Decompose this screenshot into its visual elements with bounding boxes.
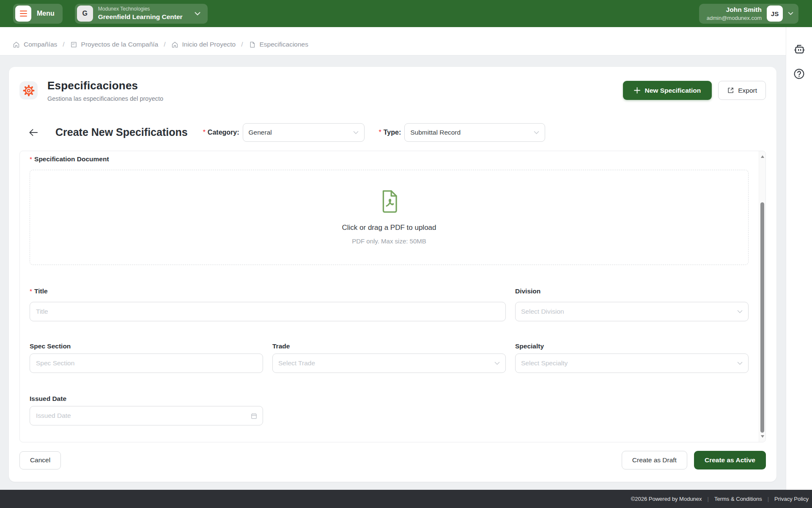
user-avatar: JS [767, 6, 783, 22]
form-heading: Create New Specifications [55, 126, 188, 138]
chevron-down-icon [195, 12, 200, 16]
app: Menu G Modunex Technologies Greenfield L… [0, 0, 812, 508]
calendar-icon [250, 412, 258, 420]
create-as-active-button[interactable]: Create as Active [694, 451, 766, 469]
right-icon-rail [786, 27, 812, 490]
category-select[interactable]: General [243, 123, 365, 142]
footer: ©2026 Powered by Modunex | Terms & Condi… [0, 490, 812, 508]
pdf-dropzone[interactable]: Click or drag a PDF to upload PDF only. … [30, 170, 749, 265]
title-label: *Title [30, 287, 506, 295]
scrollbar-thumb[interactable] [760, 202, 764, 433]
trade-label: Trade [272, 342, 506, 350]
trade-select[interactable]: Select Trade [272, 353, 506, 373]
chevron-down-icon [494, 362, 500, 365]
home-icon [13, 41, 20, 48]
issued-date-input[interactable] [30, 406, 263, 425]
hamburger-icon [15, 6, 31, 22]
page-subtitle: Gestiona las especificaciones del proyec… [47, 95, 163, 102]
footer-terms-link[interactable]: Terms & Conditions [714, 496, 762, 502]
spec-section-label: Spec Section [30, 342, 263, 350]
dropzone-hint: PDF only. Max size: 50MB [352, 237, 426, 245]
chevron-down-icon [737, 362, 743, 365]
type-label: *Type: [379, 129, 401, 136]
chevron-down-icon [737, 310, 743, 313]
page-title: Especificaciones [47, 79, 163, 92]
project-icon [70, 41, 77, 48]
specialty-label: Specialty [515, 342, 749, 350]
create-as-draft-button[interactable]: Create as Draft [622, 451, 687, 469]
breadcrumb-proyectos[interactable]: Proyectos de la Compañía [70, 41, 159, 48]
division-label: Division [515, 287, 749, 295]
type-select[interactable]: Submittal Record [404, 123, 545, 142]
gear-icon [19, 81, 38, 99]
scroll-up-arrow[interactable] [761, 155, 764, 158]
user-name: John Smith [707, 6, 762, 14]
footer-copyright: ©2026 Powered by Modunex [631, 496, 702, 502]
page-background: Especificaciones Gestiona las especifica… [0, 55, 786, 490]
breadcrumb-companias[interactable]: Compañías [13, 41, 57, 48]
division-select[interactable]: Select Division [515, 302, 749, 321]
specialty-select[interactable]: Select Specialty [515, 353, 749, 373]
export-icon [727, 87, 734, 94]
breadcrumb-inicio[interactable]: Inicio del Proyecto [171, 41, 236, 48]
company-avatar: G [77, 6, 93, 22]
help-icon[interactable] [793, 68, 805, 80]
scrollbar[interactable] [759, 151, 765, 442]
home-icon [171, 41, 178, 48]
back-arrow-icon[interactable] [29, 128, 38, 137]
top-header: Menu G Modunex Technologies Greenfield L… [0, 0, 812, 27]
export-button[interactable]: Export [718, 81, 766, 100]
breadcrumb-especificaciones[interactable]: Especificaciones [249, 41, 308, 48]
menu-button[interactable]: Menu [13, 4, 63, 24]
company-name: Greenfield Learning Center [98, 13, 183, 21]
spec-section-input[interactable] [30, 353, 263, 373]
menu-label: Menu [37, 10, 55, 17]
new-specification-button[interactable]: New Specification [623, 81, 712, 100]
chevron-down-icon [788, 12, 793, 15]
category-label: *Category: [203, 129, 239, 136]
especificaciones-card: Especificaciones Gestiona las especifica… [9, 67, 776, 482]
footer-privacy-link[interactable]: Privacy Policy [774, 496, 809, 502]
robot-assistant-icon[interactable] [793, 42, 806, 55]
company-org: Modunex Technologies [98, 6, 183, 13]
file-icon [249, 41, 256, 48]
plus-icon [634, 87, 640, 94]
scroll-down-arrow[interactable] [761, 435, 764, 438]
cancel-button[interactable]: Cancel [19, 451, 61, 469]
chevron-down-icon [353, 131, 359, 134]
issued-date-label: Issued Date [30, 395, 263, 403]
user-menu[interactable]: John Smith admin@modunex.com JS [699, 4, 798, 24]
spec-document-label: *Specification Document [30, 155, 749, 163]
chevron-down-icon [534, 131, 539, 134]
pdf-file-icon [380, 190, 398, 213]
breadcrumb: Compañías / Proyectos de la Compañía / I… [0, 27, 786, 55]
user-email: admin@modunex.com [707, 14, 762, 22]
form-scroll-area: *Specification Document Click or drag a … [19, 151, 766, 442]
company-selector[interactable]: G Modunex Technologies Greenfield Learni… [75, 4, 208, 24]
title-input[interactable] [30, 302, 506, 321]
dropzone-text: Click or drag a PDF to upload [342, 224, 436, 232]
